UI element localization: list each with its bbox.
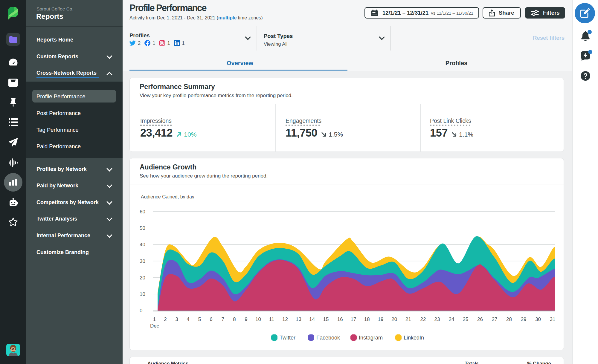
svg-text:13: 13 <box>296 316 301 322</box>
svg-text:31: 31 <box>550 316 556 322</box>
svg-text:30: 30 <box>535 316 541 322</box>
svg-text:Dec: Dec <box>150 323 159 329</box>
svg-text:10: 10 <box>255 316 261 322</box>
svg-text:4: 4 <box>187 316 189 322</box>
svg-text:15: 15 <box>323 316 329 322</box>
svg-text:30: 30 <box>140 259 145 264</box>
svg-text:60: 60 <box>140 209 145 215</box>
svg-text:Twitter: Twitter <box>280 335 295 341</box>
svg-text:0: 0 <box>140 308 142 313</box>
svg-text:24: 24 <box>449 316 454 322</box>
svg-text:29: 29 <box>521 316 527 322</box>
svg-text:2: 2 <box>164 316 167 322</box>
svg-text:14: 14 <box>309 316 315 322</box>
svg-text:19: 19 <box>378 316 384 322</box>
svg-text:26: 26 <box>477 316 483 322</box>
svg-text:LinkedIn: LinkedIn <box>404 335 424 341</box>
svg-text:16: 16 <box>337 316 343 322</box>
svg-text:27: 27 <box>492 316 498 322</box>
svg-text:7: 7 <box>222 316 224 322</box>
svg-text:8: 8 <box>233 316 236 322</box>
svg-text:Instagram: Instagram <box>359 335 383 341</box>
svg-text:22: 22 <box>420 316 426 322</box>
svg-text:12: 12 <box>282 316 288 322</box>
svg-text:5: 5 <box>198 316 201 322</box>
svg-text:3: 3 <box>175 316 178 322</box>
svg-text:9: 9 <box>245 316 247 322</box>
svg-text:23: 23 <box>434 316 440 322</box>
svg-text:1: 1 <box>153 316 156 322</box>
svg-text:50: 50 <box>140 225 145 231</box>
svg-text:6: 6 <box>210 316 212 322</box>
svg-text:20: 20 <box>391 316 397 322</box>
svg-text:17: 17 <box>351 316 356 322</box>
svg-text:18: 18 <box>364 316 370 322</box>
svg-text:Facebook: Facebook <box>316 335 340 341</box>
svg-text:11: 11 <box>269 316 274 322</box>
svg-text:20: 20 <box>140 275 145 281</box>
svg-text:21: 21 <box>405 316 411 322</box>
svg-text:28: 28 <box>506 316 512 322</box>
svg-text:10: 10 <box>140 291 145 297</box>
svg-text:25: 25 <box>463 316 469 322</box>
svg-text:40: 40 <box>140 242 145 247</box>
